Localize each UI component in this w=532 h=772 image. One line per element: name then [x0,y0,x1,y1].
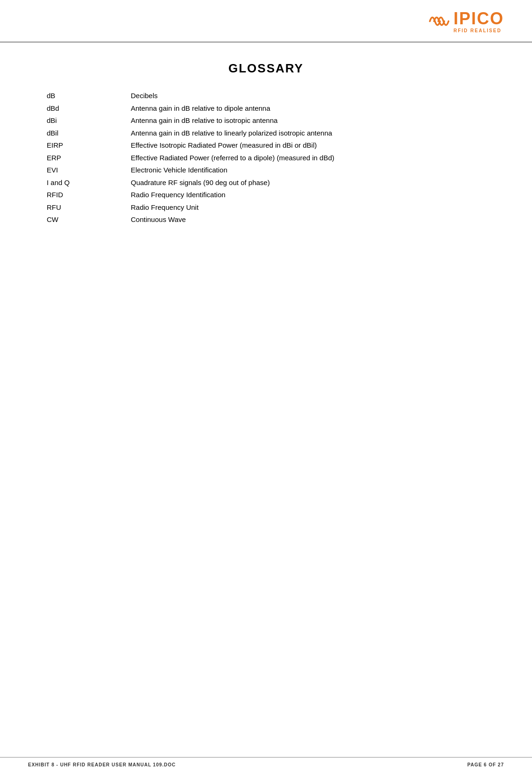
glossary-definition: Radio Frequency Identification [121,189,485,201]
glossary-term: dBd [47,102,121,115]
page-footer: Exhibit 8 - UHF RFID Reader User Manual … [0,757,532,772]
main-content: GLOSSARY dBDecibelsdBdAntenna gain in dB… [0,43,532,254]
glossary-row: RFURadio Frequency Unit [47,201,485,214]
glossary-term: dBil [47,127,121,140]
glossary-row: dBiAntenna gain in dB relative to isotro… [47,114,485,127]
logo-text: IPICO RFID REALISED [454,10,504,33]
glossary-definition: Effective Radiated Power (referred to a … [121,152,485,164]
logo-waves-icon [426,9,450,34]
page-container: IPICO RFID REALISED GLOSSARY dBDecibelsd… [0,0,532,772]
glossary-definition: Electronic Vehicle Identification [121,164,485,177]
glossary-row: dBDecibels [47,90,485,102]
glossary-row: dBdAntenna gain in dB relative to dipole… [47,102,485,115]
glossary-table: dBDecibelsdBdAntenna gain in dB relative… [47,90,485,226]
logo-tagline-text: RFID REALISED [454,28,502,33]
logo-container: IPICO RFID REALISED [426,9,504,34]
glossary-term: I and Q [47,177,121,189]
page-header: IPICO RFID REALISED [0,0,532,43]
glossary-term: RFU [47,201,121,214]
glossary-row: ERPEffective Radiated Power (referred to… [47,152,485,164]
footer-right-text: Page 6 of 27 [467,762,504,767]
footer-left-text: Exhibit 8 - UHF RFID Reader User Manual … [28,762,176,767]
glossary-definition: Antenna gain in dB relative to dipole an… [121,102,485,115]
glossary-term: RFID [47,189,121,201]
glossary-term: EVI [47,164,121,177]
glossary-row: dBilAntenna gain in dB relative to linea… [47,127,485,140]
glossary-row: RFIDRadio Frequency Identification [47,189,485,201]
glossary-definition: Decibels [121,90,485,102]
logo-ipico-text: IPICO [454,10,504,27]
glossary-term: CW [47,214,121,226]
glossary-term: dB [47,90,121,102]
title-text: GLOSSARY [228,61,304,75]
glossary-definition: Quadrature RF signals (90 deg out of pha… [121,177,485,189]
glossary-definition: Continuous Wave [121,214,485,226]
glossary-term: ERP [47,152,121,164]
glossary-term: dBi [47,114,121,127]
glossary-definition: Effective Isotropic Radiated Power (meas… [121,139,485,152]
page-title: GLOSSARY [47,61,485,76]
glossary-definition: Radio Frequency Unit [121,201,485,214]
glossary-definition: Antenna gain in dB relative to linearly … [121,127,485,140]
glossary-definition: Antenna gain in dB relative to isotropic… [121,114,485,127]
glossary-row: I and QQuadrature RF signals (90 deg out… [47,177,485,189]
glossary-row: CWContinuous Wave [47,214,485,226]
glossary-row: EIRPEffective Isotropic Radiated Power (… [47,139,485,152]
glossary-row: EVIElectronic Vehicle Identification [47,164,485,177]
glossary-term: EIRP [47,139,121,152]
